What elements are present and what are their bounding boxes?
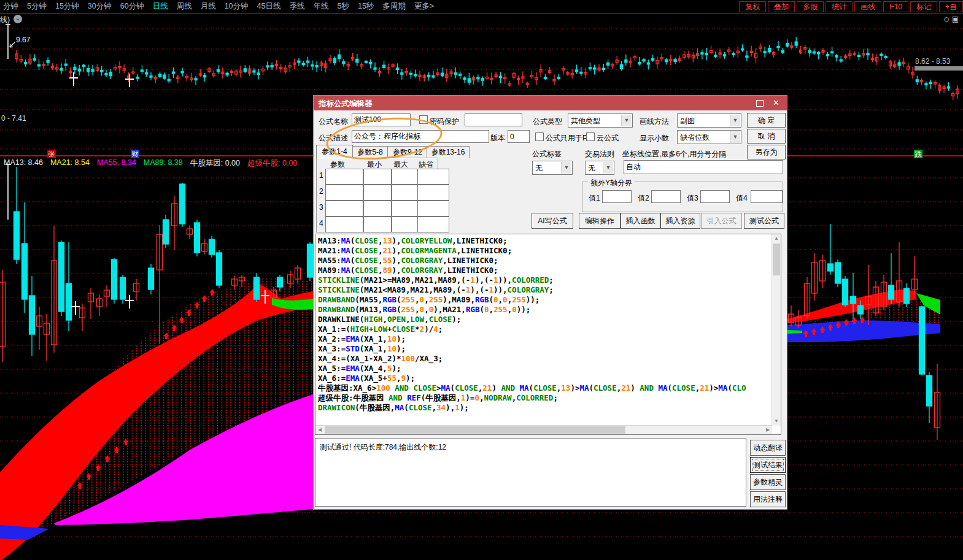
tab-参数5-8[interactable]: 参数5-8 bbox=[352, 146, 389, 158]
menu-item-10分钟[interactable]: 10分钟 bbox=[225, 1, 249, 12]
maximize-icon[interactable] bbox=[756, 100, 764, 107]
menu-item-更多>[interactable]: 更多> bbox=[414, 1, 434, 12]
cloud-checkbox[interactable] bbox=[586, 132, 595, 141]
side-button-测试结果[interactable]: 测试结果 bbox=[750, 457, 786, 473]
menu-item-多周期[interactable]: 多周期 bbox=[382, 1, 406, 12]
value3-label: 值3 bbox=[687, 193, 698, 204]
menu-button-复权[interactable]: 复权 bbox=[739, 1, 766, 12]
formula-type-select[interactable]: 其他类型▼ bbox=[568, 113, 633, 128]
chevron-down-icon[interactable]: ▼ bbox=[621, 115, 632, 126]
vertical-scroll-thumb[interactable] bbox=[773, 244, 780, 275]
param-input-r3c3[interactable] bbox=[392, 201, 419, 217]
diamond-icon[interactable]: ◇ bbox=[943, 15, 951, 23]
side-button-参数精灵[interactable]: 参数精灵 bbox=[750, 474, 786, 490]
formula-name-input[interactable] bbox=[352, 113, 411, 126]
indicator-values-row: MA13: 8.46MA21: 8.54MA55: 8.34MA89: 8.38… bbox=[4, 158, 297, 169]
menu-button-+自[interactable]: +自 bbox=[939, 1, 963, 12]
param-input-r2c1[interactable] bbox=[325, 185, 363, 201]
formula-desc-input[interactable] bbox=[352, 130, 489, 143]
trade-rule-select[interactable]: 无▼ bbox=[585, 161, 614, 175]
param-input-r1c1[interactable] bbox=[325, 169, 363, 185]
horizontal-scrollbar[interactable]: ◀ ▶ bbox=[315, 425, 772, 434]
decimals-select[interactable]: 缺省位数▼ bbox=[677, 130, 741, 144]
menu-item-60分钟[interactable]: 60分钟 bbox=[120, 1, 144, 12]
param-input-r2c2[interactable] bbox=[363, 185, 392, 201]
menu-item-5分钟[interactable]: 5分钟 bbox=[27, 1, 47, 12]
menu-item-45日线[interactable]: 45日线 bbox=[257, 1, 281, 12]
scroll-down-icon[interactable]: ▼ bbox=[772, 417, 781, 426]
formula-code[interactable]: MA13:MA(CLOSE,13),COLORYELLOW,LINETHICK0… bbox=[318, 236, 771, 424]
pc-only-checkbox[interactable] bbox=[535, 132, 544, 141]
value4-input[interactable] bbox=[751, 190, 783, 203]
param-input-r4c4[interactable] bbox=[417, 217, 449, 232]
menu-item-季线[interactable]: 季线 bbox=[289, 1, 304, 12]
side-button-用法注释[interactable]: 用法注释 bbox=[750, 491, 786, 507]
param-input-r3c4[interactable] bbox=[417, 201, 449, 217]
version-input[interactable] bbox=[508, 130, 530, 143]
param-input-r1c4[interactable] bbox=[417, 169, 449, 185]
param-input-r4c2[interactable] bbox=[363, 217, 392, 232]
param-input-r1c3[interactable] bbox=[392, 169, 419, 185]
tab-参数9-12[interactable]: 参数9-12 bbox=[387, 146, 428, 158]
trading-app-window: 分钟5分钟15分钟30分钟60分钟日线周线月线10分钟45日线季线年线5秒15秒… bbox=[0, 0, 963, 560]
horizontal-scroll-thumb[interactable] bbox=[325, 426, 625, 434]
menu-button-标记[interactable]: 标记 bbox=[910, 1, 937, 12]
param-input-r2c4[interactable] bbox=[417, 185, 449, 201]
param-input-r3c2[interactable] bbox=[363, 201, 392, 217]
tab-参数1-4[interactable]: 参数1-4 bbox=[316, 145, 353, 158]
password-checkbox[interactable] bbox=[419, 115, 428, 124]
menu-button-叠加[interactable]: 叠加 bbox=[768, 1, 795, 12]
scroll-right-icon[interactable]: ▶ bbox=[764, 426, 772, 434]
param-input-r1c2[interactable] bbox=[363, 169, 392, 185]
formula-tag-label: 公式标签 bbox=[532, 149, 562, 159]
tab-参数13-16[interactable]: 参数13-16 bbox=[427, 146, 470, 158]
chevron-down-icon[interactable]: ▼ bbox=[603, 162, 613, 174]
menu-item-5秒[interactable]: 5秒 bbox=[337, 1, 349, 12]
password-input[interactable] bbox=[465, 113, 522, 126]
menu-item-分钟[interactable]: 分钟 bbox=[3, 1, 18, 12]
panel-icon[interactable]: ▣ bbox=[952, 15, 961, 23]
close-icon[interactable]: ✕ bbox=[773, 98, 779, 107]
scroll-up-icon[interactable]: ▲ bbox=[772, 234, 781, 243]
axis-pos-input[interactable] bbox=[624, 160, 783, 174]
menu-item-周线[interactable]: 周线 bbox=[177, 1, 192, 12]
menu-item-月线[interactable]: 月线 bbox=[201, 1, 216, 12]
button-插入资源[interactable]: 插入资源 bbox=[660, 213, 700, 229]
menu-item-年线[interactable]: 年线 bbox=[313, 1, 328, 12]
value3-input[interactable] bbox=[700, 190, 730, 203]
menu-item-15分钟[interactable]: 15分钟 bbox=[55, 1, 79, 12]
menu-button-统计[interactable]: 统计 bbox=[826, 1, 853, 12]
save-as-button[interactable]: 另存为 bbox=[747, 145, 786, 159]
formula-tag-select[interactable]: 无▼ bbox=[532, 161, 573, 175]
button-测试公式[interactable]: 测试公式 bbox=[744, 213, 784, 229]
vertical-scrollbar[interactable]: ▲ ▼ bbox=[772, 234, 781, 426]
value2-input[interactable] bbox=[651, 190, 681, 203]
cancel-button[interactable]: 取 消 bbox=[747, 129, 786, 144]
param-input-r3c1[interactable] bbox=[325, 201, 363, 217]
menu-item-日线[interactable]: 日线 bbox=[153, 1, 168, 12]
value1-input[interactable] bbox=[602, 190, 632, 203]
ok-button[interactable]: 确 定 bbox=[747, 113, 786, 128]
dialog-title-bar[interactable]: 指标公式编辑器 ✕ bbox=[314, 96, 787, 110]
mini-scrollbar[interactable] bbox=[915, 66, 963, 71]
button-插入函数[interactable]: 插入函数 bbox=[621, 213, 660, 229]
code-editor[interactable]: MA13:MA(CLOSE,13),COLORYELLOW,LINETHICK0… bbox=[315, 234, 781, 435]
menu-button-多股[interactable]: 多股 bbox=[797, 1, 824, 12]
chevron-down-icon[interactable]: ▼ bbox=[730, 131, 740, 143]
param-input-r4c3[interactable] bbox=[392, 217, 419, 232]
menu-item-30分钟[interactable]: 30分钟 bbox=[88, 1, 112, 12]
menu-right-buttons: 复权叠加多股统计画线F10标记+自 bbox=[739, 1, 963, 12]
button-AI写公式[interactable]: AI写公式 bbox=[532, 213, 573, 229]
menu-button-F10[interactable]: F10 bbox=[883, 1, 908, 12]
side-button-动态翻译[interactable]: 动态翻译 bbox=[750, 440, 786, 456]
param-input-r2c3[interactable] bbox=[392, 185, 419, 201]
chevron-down-icon[interactable]: ▼ bbox=[561, 162, 571, 174]
chevron-down-icon[interactable]: ▼ bbox=[730, 115, 740, 126]
collapse-icon[interactable]: ⌄ bbox=[14, 15, 22, 23]
scroll-left-icon[interactable]: ◀ bbox=[315, 426, 324, 434]
param-input-r4c1[interactable] bbox=[325, 217, 363, 232]
menu-button-画线[interactable]: 画线 bbox=[854, 1, 881, 12]
button-编辑操作[interactable]: 编辑操作 bbox=[579, 213, 621, 229]
menu-item-15秒[interactable]: 15秒 bbox=[358, 1, 374, 12]
draw-method-select[interactable]: 副图▼ bbox=[677, 113, 741, 128]
